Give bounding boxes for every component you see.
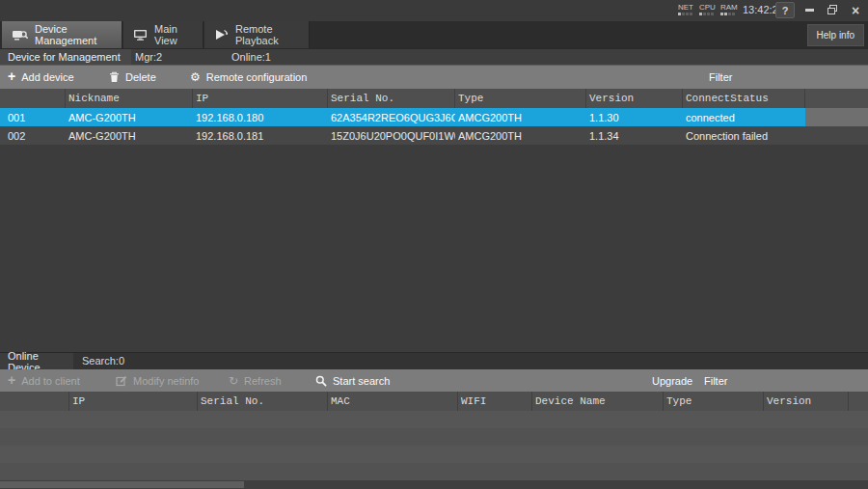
remote-configuration-label: Remote configuration [206, 71, 308, 83]
online-count: Online:1 [231, 51, 271, 63]
empty-row [0, 428, 868, 446]
manager-count: Mgr:2 [135, 51, 162, 63]
delete-button[interactable]: Delete [109, 66, 156, 89]
edit-icon [116, 375, 127, 387]
device-management-icon [12, 29, 28, 41]
ram-meter-bars [720, 13, 742, 15]
empty-row [0, 446, 868, 463]
header-type: Type [455, 89, 586, 108]
header-blank [0, 392, 69, 411]
header-index [0, 89, 66, 108]
cpu-label: CPU [699, 3, 720, 12]
tab-label: Remote Playback [235, 23, 299, 46]
refresh-icon: ↻ [229, 375, 238, 387]
cpu-meter-bars [699, 13, 720, 15]
cell-status: connected [683, 108, 805, 126]
header-serial: Serial No. [328, 89, 455, 108]
refresh-button[interactable]: ↻ Refresh [229, 369, 282, 392]
cell-status: Connection failed [683, 126, 805, 145]
scrollbar-thumb[interactable] [0, 481, 244, 488]
plus-icon: + [8, 69, 15, 83]
cell-type: AMCG200TH [455, 126, 586, 145]
remote-configuration-button[interactable]: ⚙ Remote configuration [190, 66, 307, 89]
device-for-management-title: Device for Management [0, 49, 131, 65]
cell-ip: 192.168.0.181 [193, 126, 328, 145]
upgrade-button[interactable]: Upgrade [652, 369, 692, 392]
cell-version: 1.1.30 [586, 108, 683, 126]
plus-icon: + [8, 373, 15, 387]
modify-netinfo-label: Modify netinfo [133, 375, 199, 387]
empty-row [0, 463, 868, 480]
filter-label: Filter [709, 71, 732, 83]
minimize-icon [805, 9, 814, 12]
cell-serial: 62A354R2REO6QUG3J6C0 [328, 108, 455, 126]
empty-row [0, 411, 868, 428]
gear-icon: ⚙ [190, 71, 201, 83]
device-management-bar: Device for Management Mgr:2 Online:1 [0, 48, 868, 65]
device-row-selected[interactable]: 001 AMC-G200TH 192.168.0.180 62A354R2REO… [0, 108, 868, 126]
start-search-button[interactable]: Start search [315, 369, 390, 392]
online-table-header: IP Serial No. MAC WIFI Device Name Type … [0, 392, 868, 411]
restore-icon [827, 4, 838, 17]
maximize-button[interactable] [823, 2, 842, 18]
start-search-label: Start search [333, 375, 390, 387]
header-serial: Serial No. [198, 392, 328, 411]
tab-remote-playback[interactable]: Remote Playback [204, 21, 310, 48]
net-label: NET [678, 3, 699, 12]
horizontal-scrollbar[interactable] [0, 480, 868, 489]
online-toolbar: + Add to client Modify netinfo ↻ Refresh… [0, 369, 868, 392]
search-count: Search:0 [82, 355, 124, 367]
cell-nickname: AMC-G200TH [66, 108, 193, 126]
cell-ip: 192.168.0.180 [193, 108, 328, 126]
cell-serial: 15Z0J6U20PO0QUF0I1W0 [328, 126, 455, 145]
header-connectstatus: ConnectStatus [683, 89, 805, 108]
search-icon [315, 375, 327, 387]
online-device-bar: Online Device Search:0 [0, 352, 868, 369]
online-table-empty-area [0, 411, 868, 480]
cell-index: 002 [0, 126, 66, 145]
device-table-header: Nickname IP Serial No. Type Version Conn… [0, 89, 868, 108]
header-wifi: WIFI [458, 392, 532, 411]
trash-icon [109, 71, 120, 83]
header-mac: MAC [328, 392, 458, 411]
cell-type: AMCG200TH [455, 108, 586, 126]
header-type: Type [664, 392, 764, 411]
device-row[interactable]: 002 AMC-G200TH 192.168.0.181 15Z0J6U20PO… [0, 126, 868, 145]
device-table-empty-area [0, 145, 868, 352]
device-filter-button[interactable]: Filter [709, 66, 732, 89]
help-button[interactable]: ? [775, 2, 795, 18]
header-ip: IP [69, 392, 198, 411]
upgrade-label: Upgrade [652, 375, 692, 387]
net-meter: NET [678, 3, 699, 15]
header-nickname: Nickname [66, 89, 193, 108]
row-filler [805, 108, 868, 126]
cpu-meter: CPU [699, 3, 720, 15]
header-filler [805, 89, 868, 108]
help-info-button[interactable]: Help info [807, 24, 864, 46]
modify-netinfo-button[interactable]: Modify netinfo [116, 369, 199, 392]
title-bar: NET CPU RAM 13:42:20 ? × [0, 0, 868, 21]
tab-device-management[interactable]: Device Management [2, 21, 122, 48]
online-filter-button[interactable]: Filter [704, 369, 727, 392]
cell-nickname: AMC-G200TH [66, 126, 193, 145]
net-meter-bars [678, 13, 699, 15]
online-device-title: Online Device [0, 353, 73, 369]
minimize-button[interactable] [800, 2, 819, 18]
add-device-button[interactable]: + Add device [8, 66, 74, 89]
header-version: Version [764, 392, 849, 411]
tab-bar: Device Management Main View Remote Playb… [0, 21, 868, 48]
cell-index: 001 [0, 108, 66, 126]
device-toolbar: + Add device Delete ⚙ Remote configurati… [0, 65, 868, 89]
refresh-label: Refresh [244, 375, 282, 387]
tab-label: Main View [154, 23, 193, 46]
filter-label: Filter [704, 375, 727, 387]
tab-main-view[interactable]: Main View [123, 21, 203, 48]
ram-label: RAM [720, 3, 742, 12]
app-window: NET CPU RAM 13:42:20 ? × Device Manageme… [0, 0, 868, 489]
close-button[interactable]: × [846, 2, 865, 18]
tab-label: Device Management [35, 23, 112, 46]
playback-icon [214, 29, 229, 41]
ram-meter: RAM [720, 3, 742, 15]
add-to-client-button[interactable]: + Add to client [8, 369, 80, 392]
add-to-client-label: Add to client [21, 375, 80, 387]
